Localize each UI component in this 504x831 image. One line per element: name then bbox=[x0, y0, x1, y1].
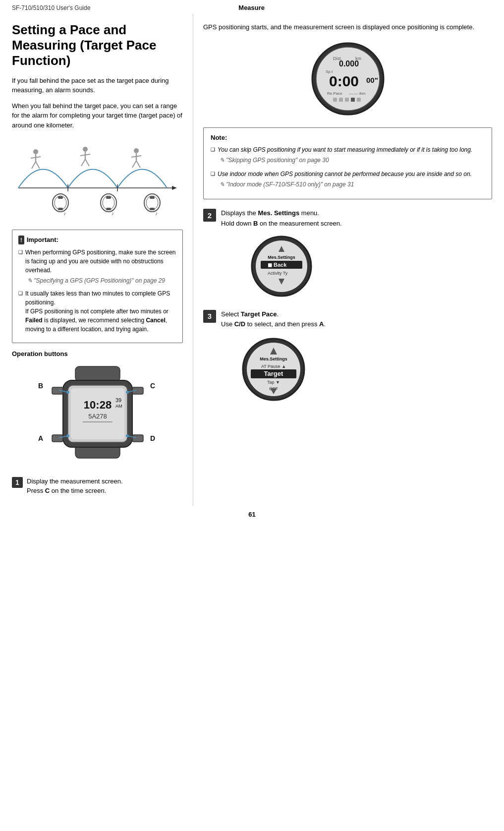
watch-buttons-svg: 10:28 39 AM 5A278 B bbox=[23, 361, 172, 471]
svg-text:5A278: 5A278 bbox=[88, 413, 107, 420]
intro-text-1: If you fall behind the pace set as the t… bbox=[12, 76, 183, 95]
svg-text:—.— /km: —.— /km bbox=[349, 91, 366, 96]
svg-text:10:28: 10:28 bbox=[83, 399, 111, 411]
section-title: Setting a Pace and Measuring (Target Pac… bbox=[12, 22, 183, 69]
svg-text:♪: ♪ bbox=[155, 211, 158, 216]
page-footer: 61 bbox=[0, 506, 504, 523]
svg-line-18 bbox=[136, 161, 140, 168]
svg-text:Re.Pace: Re.Pace bbox=[327, 91, 342, 96]
svg-rect-26 bbox=[106, 196, 111, 199]
op-buttons-title: Operation buttons bbox=[12, 350, 183, 357]
step-3-sub: Use C/D to select, and then press A. bbox=[221, 319, 326, 330]
svg-rect-73 bbox=[351, 98, 355, 102]
page-header: SF-710/510/310 User's Guide Measure bbox=[0, 0, 504, 13]
gps-screen: Dist. km 0.000 Sp.t 0:00 00" Re.Pace —.—… bbox=[203, 39, 492, 119]
svg-rect-46 bbox=[52, 435, 63, 442]
step-3-number: 3 bbox=[203, 310, 216, 323]
step-1-text: Display the measurement screen. bbox=[27, 476, 123, 486]
right-column: GPS positioning starts, and the measurem… bbox=[193, 13, 504, 506]
note-title: Note: bbox=[211, 133, 485, 143]
important-item-2: It usually takes less than two minutes t… bbox=[18, 289, 176, 334]
svg-line-8 bbox=[36, 162, 40, 169]
svg-text:B: B bbox=[38, 382, 43, 390]
note-link-1: "Skipping GPS positioning" on page 30 bbox=[218, 156, 485, 165]
svg-text:♪: ♪ bbox=[112, 211, 114, 216]
svg-line-7 bbox=[32, 162, 36, 169]
step-2: 2 Displays the Mes. Settings menu. Hold … bbox=[203, 208, 492, 300]
runners-diagram: ♪ ♪ ♪ bbox=[12, 136, 183, 223]
note-list: You can skip GPS positioning if you want… bbox=[211, 145, 485, 189]
runners-svg: ♪ ♪ ♪ bbox=[13, 136, 182, 223]
step-2-text: Displays the Mes. Settings menu. bbox=[221, 208, 342, 219]
step-2-content: Displays the Mes. Settings menu. Hold do… bbox=[221, 208, 342, 300]
step-1-number: 1 bbox=[12, 477, 23, 488]
step-2-number: 2 bbox=[203, 209, 216, 222]
svg-point-57 bbox=[126, 391, 129, 394]
svg-marker-1 bbox=[172, 186, 177, 190]
step-3: 3 Select Target Pace. Use C/D to select,… bbox=[203, 309, 492, 407]
step-1: 1 Display the measurement screen. Press … bbox=[12, 476, 183, 496]
svg-rect-27 bbox=[106, 208, 111, 210]
target-pace-screen: Mes.Settings AT Pause ▲ Target Tap ▼ OFF bbox=[221, 335, 326, 404]
svg-rect-32 bbox=[150, 208, 155, 210]
svg-text:Activity Ty: Activity Ty bbox=[268, 271, 288, 276]
gps-screen-svg: Dist. km 0.000 Sp.t 0:00 00" Re.Pace —.—… bbox=[303, 39, 392, 119]
svg-text:Mes.Settings: Mes.Settings bbox=[268, 255, 295, 260]
svg-point-4 bbox=[33, 149, 38, 154]
svg-text:AT Pause  ▲: AT Pause ▲ bbox=[261, 364, 285, 369]
svg-text:Mes.Settings: Mes.Settings bbox=[260, 356, 287, 361]
header-left: SF-710/510/310 User's Guide bbox=[12, 4, 90, 11]
note-link-2: "Indoor mode (SF-710/SF-510 only)" on pa… bbox=[218, 180, 485, 189]
svg-rect-74 bbox=[357, 98, 361, 102]
step-1-content: Display the measurement screen. Press C … bbox=[27, 476, 123, 496]
important-box: ! Important: When performing GPS positio… bbox=[12, 230, 183, 343]
svg-rect-21 bbox=[58, 196, 63, 199]
step-2-bold: Mes. Settings bbox=[258, 209, 299, 217]
important-item-1-text: When performing GPS positioning, make su… bbox=[25, 249, 175, 274]
intro-text-2: When you fall behind the target pace, yo… bbox=[12, 101, 183, 130]
note-item-1-text: You can skip GPS positioning if you want… bbox=[218, 146, 472, 153]
svg-point-9 bbox=[83, 147, 88, 152]
note-item-2-text: Use indoor mode when GPS positioning can… bbox=[218, 171, 472, 178]
svg-rect-70 bbox=[333, 98, 337, 102]
note-box: Note: You can skip GPS positioning if yo… bbox=[203, 127, 492, 200]
svg-rect-47 bbox=[132, 435, 143, 442]
page-content: Setting a Pace and Measuring (Target Pac… bbox=[0, 13, 504, 506]
svg-text:39: 39 bbox=[115, 397, 121, 403]
svg-text:D: D bbox=[150, 434, 155, 442]
svg-text:Tap     ▼: Tap ▼ bbox=[267, 380, 280, 385]
svg-rect-31 bbox=[150, 196, 155, 199]
svg-line-12 bbox=[81, 159, 85, 166]
page-number: 61 bbox=[248, 511, 255, 518]
note-item-1: You can skip GPS positioning if you want… bbox=[211, 145, 485, 165]
watch-diagram: 10:28 39 AM 5A278 B bbox=[12, 361, 183, 471]
svg-text:A: A bbox=[38, 434, 43, 442]
svg-text:◼ Back: ◼ Back bbox=[268, 262, 287, 268]
header-center: Measure bbox=[90, 4, 413, 11]
important-link-1: "Specifying a GPS (GPS Positioning)" on … bbox=[25, 276, 176, 285]
left-column: Setting a Pace and Measuring (Target Pac… bbox=[0, 13, 193, 506]
svg-point-59 bbox=[126, 434, 129, 437]
svg-rect-34 bbox=[75, 366, 120, 381]
svg-text:0:00: 0:00 bbox=[329, 73, 359, 89]
note-item-2: Use indoor mode when GPS positioning can… bbox=[211, 170, 485, 189]
svg-rect-72 bbox=[345, 98, 349, 102]
important-list: When performing GPS positioning, make su… bbox=[18, 248, 176, 334]
svg-point-14 bbox=[134, 148, 139, 153]
step-2-sub: Hold down B on the measurement screen. bbox=[221, 219, 342, 229]
right-intro: GPS positioning starts, and the measurem… bbox=[203, 22, 492, 32]
important-item-2-extra: If GPS positioning is not complete after… bbox=[25, 308, 168, 333]
important-item-1: When performing GPS positioning, make su… bbox=[18, 248, 176, 285]
step-3-content: Select Target Pace. Use C/D to select, a… bbox=[221, 309, 326, 407]
svg-text:00": 00" bbox=[366, 76, 378, 84]
mes-settings-screen: Mes.Settings ◼ Back Activity Ty bbox=[221, 234, 342, 298]
important-icon: ! bbox=[18, 236, 24, 245]
svg-text:AM: AM bbox=[115, 404, 122, 409]
target-pace-svg: Mes.Settings AT Pause ▲ Target Tap ▼ OFF bbox=[234, 335, 313, 404]
important-title: ! Important: bbox=[18, 235, 176, 245]
mes-settings-svg: Mes.Settings ◼ Back Activity Ty bbox=[242, 234, 321, 298]
svg-text:Target: Target bbox=[264, 370, 283, 377]
step-1-sub: Press C on the time screen. bbox=[27, 486, 123, 496]
svg-text:0.000: 0.000 bbox=[339, 59, 359, 68]
svg-rect-22 bbox=[58, 208, 63, 210]
